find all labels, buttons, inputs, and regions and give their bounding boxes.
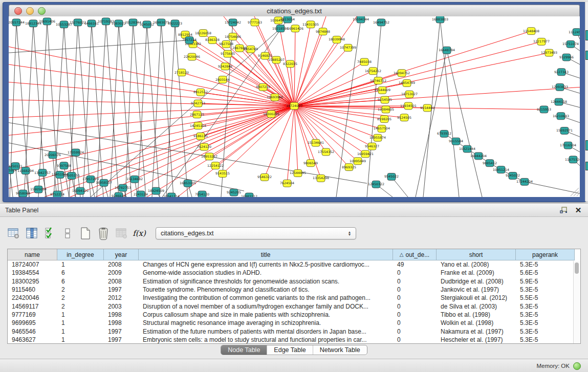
citation-edge-red[interactable] bbox=[19, 106, 294, 197]
table-row[interactable]: 977716911998Corpus callosum shape and si… bbox=[8, 311, 580, 319]
node-label: 7485038 bbox=[357, 60, 372, 63]
citation-edge-red[interactable] bbox=[9, 47, 294, 106]
node-label: 16961426 bbox=[287, 27, 303, 30]
citation-edge-red[interactable] bbox=[294, 94, 409, 106]
citation-edge-black[interactable] bbox=[9, 40, 189, 53]
citation-edge-black[interactable] bbox=[138, 25, 147, 197]
citation-edge-red[interactable] bbox=[294, 106, 378, 138]
node-label: 9186135 bbox=[193, 134, 208, 138]
column-header-name[interactable]: name bbox=[8, 249, 57, 260]
table-cell: 2008 bbox=[104, 260, 139, 269]
column-header-in_degree[interactable]: in_degree bbox=[57, 249, 104, 260]
citation-edge-red[interactable] bbox=[9, 106, 294, 153]
column-header-year[interactable]: year bbox=[104, 249, 139, 260]
citation-edge-black[interactable] bbox=[161, 23, 173, 197]
citation-network-graph[interactable]: 1872400789129541822605816543382818632898… bbox=[9, 16, 580, 197]
node-label: 3350121 bbox=[9, 164, 23, 168]
tab-node-table[interactable]: Node Table bbox=[221, 345, 267, 355]
citation-edge-red[interactable] bbox=[9, 106, 294, 135]
table-row[interactable]: 1830029562008Estimation of significance … bbox=[8, 277, 580, 286]
node-label: 2243124 bbox=[134, 192, 148, 196]
node-label: 7854120 bbox=[195, 192, 209, 196]
citation-edge-black[interactable] bbox=[64, 166, 69, 197]
function-builder-icon[interactable]: f(x) bbox=[133, 227, 146, 240]
tab-network-table[interactable]: Network Table bbox=[313, 345, 367, 355]
node-label: 14854749 bbox=[399, 81, 415, 85]
citation-edge-black[interactable] bbox=[447, 50, 482, 197]
node-label: 6793912 bbox=[437, 132, 451, 135]
citation-edge-red[interactable] bbox=[294, 41, 541, 106]
network-canvas[interactable]: 1872400789129541822605816543382818632898… bbox=[9, 16, 580, 197]
node-label: 2803144 bbox=[215, 78, 230, 81]
float-panel-icon[interactable] bbox=[559, 206, 569, 214]
node-label: 16094120 bbox=[72, 189, 89, 192]
column-header-label: title bbox=[261, 251, 271, 258]
tab-edge-table[interactable]: Edge Table bbox=[267, 345, 312, 355]
node-label: 12544845 bbox=[290, 171, 306, 175]
node-label: 16883803 bbox=[432, 17, 448, 21]
node-label: 9383022 bbox=[112, 21, 126, 25]
delete-table-icon[interactable] bbox=[97, 227, 110, 240]
column-header-title[interactable]: title bbox=[139, 249, 393, 260]
select-column-icon[interactable] bbox=[25, 227, 38, 240]
citation-edge-red[interactable] bbox=[294, 39, 337, 106]
scrollbar-thumb[interactable] bbox=[575, 262, 579, 274]
citation-edge-red[interactable] bbox=[294, 106, 384, 119]
table-cell: 0 bbox=[393, 327, 437, 335]
table-row[interactable]: 911546021997Tourette syndrome. Phenomeno… bbox=[8, 286, 580, 294]
table-row[interactable]: 946362711997Embryonic stem cells: a mode… bbox=[8, 336, 580, 344]
citation-edge-red[interactable] bbox=[294, 32, 323, 106]
node-label: 16094752 bbox=[394, 71, 410, 75]
citation-edge-black[interactable] bbox=[525, 182, 580, 193]
citation-edge-black[interactable] bbox=[119, 24, 132, 197]
background-window-sliver bbox=[585, 2, 588, 201]
table-cell: 19384554 bbox=[8, 269, 57, 277]
node-label: 6466161 bbox=[84, 21, 99, 25]
table-cell: Jankovic et al. (1997) bbox=[437, 286, 516, 294]
table-cell: 5.6E-5 bbox=[516, 269, 575, 277]
citation-edge-black[interactable] bbox=[110, 24, 119, 197]
column-header-short[interactable]: short bbox=[437, 249, 516, 260]
table-cell: 5.3E-5 bbox=[516, 319, 575, 327]
network-window-titlebar[interactable]: citations_edges.txt bbox=[9, 5, 580, 17]
network-view-window[interactable]: citations_edges.txt 18724007891295418226… bbox=[3, 2, 586, 202]
table-row[interactable]: 1456911722003Disruption of a novel membe… bbox=[8, 302, 580, 310]
citation-edge-black[interactable] bbox=[97, 21, 106, 197]
table-cell: 9115460 bbox=[8, 286, 57, 294]
node-label: 15134641 bbox=[308, 141, 324, 144]
column-header-out_de[interactable]: △out_de... bbox=[393, 249, 437, 260]
table-row[interactable]: 969969511998Structural magnetic resonanc… bbox=[8, 319, 580, 327]
node-label: 15885207 bbox=[268, 58, 285, 61]
table-selector-dropdown[interactable]: citations_edges.txt ▲▼ bbox=[156, 227, 356, 239]
table-row[interactable]: 1872400712008Changes of HCN gene express… bbox=[8, 260, 580, 269]
sort-ascending-icon: △ bbox=[400, 252, 404, 257]
citation-edge-red[interactable] bbox=[294, 53, 549, 106]
new-table-icon[interactable] bbox=[79, 227, 92, 240]
citation-edge-red[interactable] bbox=[198, 106, 294, 126]
citation-edge-black[interactable] bbox=[416, 50, 447, 197]
table-cell: Embryonic stem cells: a model to study s… bbox=[139, 336, 393, 344]
citation-edge-red[interactable] bbox=[294, 106, 365, 154]
table-settings-icon[interactable] bbox=[7, 227, 20, 240]
memory-status-icon[interactable] bbox=[573, 362, 581, 370]
citation-edge-red[interactable] bbox=[294, 106, 349, 167]
table-cell: 0 bbox=[393, 269, 437, 277]
clear-selection-icon[interactable] bbox=[61, 227, 74, 240]
table-panel-header[interactable]: Table Panel ✕ bbox=[0, 204, 588, 217]
column-header-pagerank[interactable]: pagerank bbox=[516, 249, 575, 260]
citation-edge-black[interactable] bbox=[125, 23, 133, 197]
node-label: 10693906 bbox=[267, 95, 283, 99]
table-row[interactable]: 946554611997Estimation of the future num… bbox=[8, 327, 580, 335]
node-label: 12254122 bbox=[207, 164, 224, 167]
node-label: 10746712 bbox=[370, 79, 386, 82]
citation-edge-red[interactable] bbox=[294, 29, 295, 106]
citation-edge-red[interactable] bbox=[294, 106, 544, 110]
citation-edge-red[interactable] bbox=[9, 100, 294, 106]
table-row[interactable]: 1938455462009Genome-wide association stu… bbox=[8, 269, 580, 277]
select-all-icon[interactable] bbox=[43, 227, 56, 240]
table-row[interactable]: 2242004622012Investigating the contribut… bbox=[8, 294, 580, 302]
citation-edge-black[interactable] bbox=[106, 21, 119, 197]
table-scrollbar[interactable] bbox=[573, 261, 580, 343]
node-label: 11431505 bbox=[302, 23, 319, 26]
close-panel-icon[interactable]: ✕ bbox=[574, 206, 583, 214]
